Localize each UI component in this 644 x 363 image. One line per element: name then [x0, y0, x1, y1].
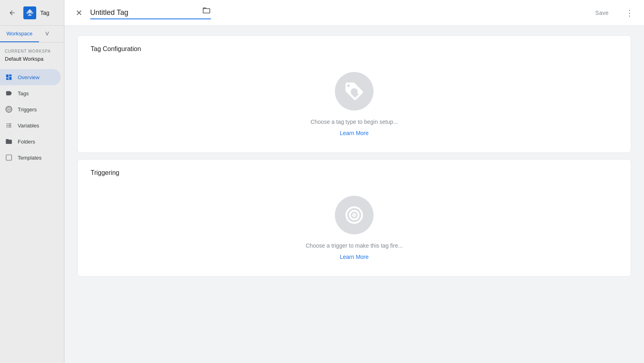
back-button[interactable]	[5, 6, 19, 20]
close-icon: ✕	[76, 8, 83, 18]
tab-workspace[interactable]: Workspace	[0, 26, 39, 42]
workspace-section-label: CURRENT WORKSPA	[5, 49, 59, 53]
tag-type-icon-circle[interactable]	[335, 72, 374, 111]
workspace-section: CURRENT WORKSPA Default Workspa	[0, 43, 64, 66]
folders-icon	[5, 137, 13, 146]
sidebar-item-overview[interactable]: Overview	[0, 69, 61, 85]
sidebar-item-triggers-label: Triggers	[18, 107, 37, 113]
sidebar-item-variables[interactable]: Variables	[0, 117, 61, 133]
sidebar-item-tags-label: Tags	[18, 90, 29, 96]
sidebar-item-folders[interactable]: Folders	[0, 133, 61, 150]
svg-rect-3	[6, 155, 12, 160]
svg-point-4	[352, 213, 357, 217]
more-icon: ⋮	[625, 8, 634, 18]
sidebar-item-triggers[interactable]: Triggers	[0, 101, 61, 117]
sidebar-item-folders-label: Folders	[18, 139, 35, 145]
triggering-description: Choose a trigger to make this tag fire..…	[305, 242, 402, 249]
dialog-title[interactable]: Untitled Tag	[90, 8, 197, 17]
sidebar-header: Tag	[0, 0, 64, 26]
triggering-body: Choose a trigger to make this tag fire..…	[91, 186, 618, 267]
tag-configuration-learn-more[interactable]: Learn More	[340, 130, 369, 136]
gtm-logo	[23, 6, 36, 19]
svg-point-2	[8, 109, 10, 110]
triggering-title: Triggering	[91, 169, 618, 176]
sidebar: Tag Workspace V CURRENT WORKSPA Default …	[0, 0, 64, 363]
sidebar-item-templates[interactable]: Templates	[0, 150, 61, 166]
save-button[interactable]: Save	[586, 6, 618, 19]
templates-icon	[5, 154, 13, 162]
sidebar-item-variables-label: Variables	[18, 123, 39, 129]
workspace-tabs: Workspace V	[0, 26, 64, 43]
tag-configuration-description: Choose a tag type to begin setup...	[310, 119, 398, 125]
triggering-learn-more[interactable]: Learn More	[340, 254, 369, 260]
tag-configuration-title: Tag Configuration	[91, 45, 618, 53]
sidebar-item-overview-label: Overview	[18, 74, 39, 80]
dialog: ✕ Untitled Tag Save ⋮ Tag Configuration	[64, 0, 644, 363]
more-options-button[interactable]: ⋮	[621, 5, 638, 21]
variables-icon	[5, 121, 13, 129]
folder-button[interactable]	[202, 6, 211, 17]
tags-icon	[5, 89, 13, 97]
triggering-card: Triggering Choose a trigger to make this…	[77, 159, 631, 277]
dialog-body: Tag Configuration Choose a tag type to b…	[64, 26, 644, 363]
tag-configuration-body: Choose a tag type to begin setup... Lear…	[91, 62, 618, 143]
app-label: Tag	[40, 10, 50, 16]
triggering-icon-circle[interactable]	[335, 196, 374, 234]
dialog-header: ✕ Untitled Tag Save ⋮	[64, 0, 644, 26]
sidebar-item-templates-label: Templates	[18, 155, 41, 161]
sidebar-item-tags[interactable]: Tags	[0, 85, 61, 101]
triggers-icon	[5, 105, 13, 113]
nav-items: Overview Tags Triggers	[0, 69, 64, 363]
dialog-actions: Save ⋮	[586, 5, 638, 21]
workspace-name[interactable]: Default Workspa	[5, 53, 59, 64]
tab-versions[interactable]: V	[39, 26, 56, 42]
tag-configuration-card: Tag Configuration Choose a tag type to b…	[77, 35, 631, 153]
close-button[interactable]: ✕	[71, 5, 87, 21]
overview-icon	[5, 73, 13, 81]
